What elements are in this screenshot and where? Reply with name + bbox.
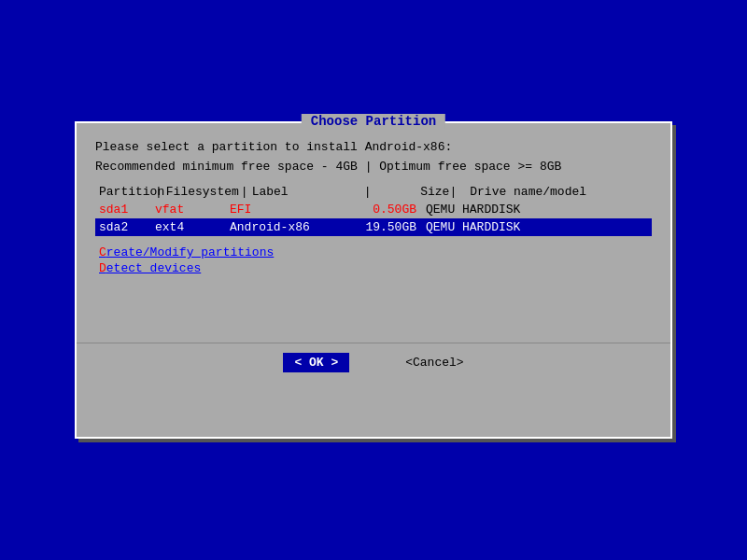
header-drive: Drive name/model <box>460 185 648 199</box>
prompt-text: Please select a partition to install And… <box>95 140 652 154</box>
column-headers: Partition | Filesystem | Label | Size | … <box>95 185 652 199</box>
header-size: Size <box>374 185 449 199</box>
partition-fs-sda2: ext4 <box>155 220 230 234</box>
ok-button[interactable]: < OK > <box>283 353 349 372</box>
partition-drive-sda1: QEMU HARDDISK <box>416 203 648 217</box>
partition-list: sda1 vfat EFI 0.50GB QEMU HARDDISK sda2 … <box>95 201 652 236</box>
cancel-button[interactable]: <Cancel> <box>405 356 463 370</box>
dialog-footer: < OK > <Cancel> <box>77 343 670 382</box>
dialog-body: Please select a partition to install And… <box>77 123 670 287</box>
detect-rest: etect devices <box>106 261 201 275</box>
partition-fs-sda1: vfat <box>155 203 230 217</box>
actions-section: Create/Modify partitions Detect devices <box>95 245 652 275</box>
detect-first-char: D <box>99 261 106 275</box>
header-partition: Partition <box>99 185 155 199</box>
partition-size-sda2: 19.50GB <box>342 220 416 234</box>
detect-devices-link[interactable]: Detect devices <box>99 261 652 275</box>
header-filesystem: Filesystem <box>166 185 241 199</box>
create-first-char: C <box>99 245 106 259</box>
create-modify-partitions-link[interactable]: Create/Modify partitions <box>99 245 652 259</box>
partition-row-sda1[interactable]: sda1 vfat EFI 0.50GB QEMU HARDDISK <box>95 201 652 218</box>
partition-name-sda2: sda2 <box>99 220 155 234</box>
partition-label-sda1: EFI <box>230 203 342 217</box>
header-label: Label <box>252 185 364 199</box>
create-rest: reate/Modify partitions <box>106 245 274 259</box>
partition-size-sda1: 0.50GB <box>342 203 416 217</box>
choose-partition-dialog: Choose Partition Please select a partiti… <box>75 121 672 439</box>
partition-name-sda1: sda1 <box>99 203 155 217</box>
partition-drive-sda2: QEMU HARDDISK <box>416 220 648 234</box>
recommendation-text: Recommended minimum free space - 4GB | O… <box>95 160 652 174</box>
dialog-title: Choose Partition <box>302 114 445 129</box>
partition-row-sda2[interactable]: sda2 ext4 Android-x86 19.50GB QEMU HARDD… <box>95 218 652 236</box>
partition-label-sda2: Android-x86 <box>230 220 342 234</box>
